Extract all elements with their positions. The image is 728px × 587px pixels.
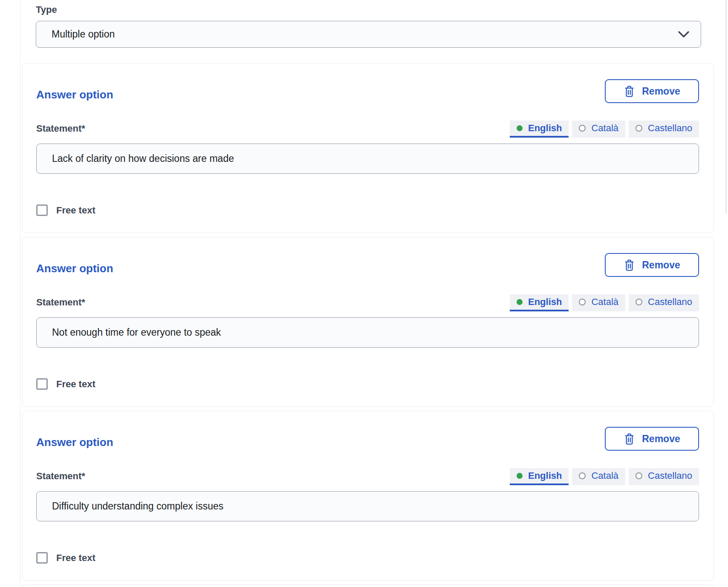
remove-button-label: Remove xyxy=(642,86,680,97)
language-tab-castellano[interactable]: Castellano xyxy=(629,468,699,485)
free-text-row: Free text xyxy=(36,204,699,216)
statement-label: Statement* xyxy=(36,297,85,311)
active-language-dot-icon xyxy=(517,299,523,305)
remove-button[interactable]: Remove xyxy=(605,253,699,277)
statement-input[interactable] xyxy=(36,144,699,174)
language-tab-label: English xyxy=(528,296,562,308)
active-language-dot-icon xyxy=(517,125,523,131)
trash-icon xyxy=(624,85,635,98)
card-header: Answer option Remove xyxy=(36,79,699,103)
remove-button[interactable]: Remove xyxy=(605,427,699,451)
remove-button-label: Remove xyxy=(642,433,680,445)
language-tabs: English Català Castellano xyxy=(510,468,699,485)
type-select[interactable]: Multiple option xyxy=(36,21,701,48)
statement-row: Statement* English Català Castellano xyxy=(36,121,699,138)
radio-circle-icon xyxy=(636,299,642,305)
statement-row: Statement* English Català Castellano xyxy=(36,294,699,311)
free-text-row: Free text xyxy=(36,552,699,564)
statement-input[interactable] xyxy=(36,317,699,348)
language-tab-english[interactable]: English xyxy=(510,468,569,485)
chevron-down-icon xyxy=(677,30,690,39)
answer-option-heading: Answer option xyxy=(36,88,113,101)
card-header: Answer option Remove xyxy=(36,253,699,277)
language-tab-label: Castellano xyxy=(648,123,692,134)
language-tab-label: English xyxy=(528,123,562,134)
free-text-checkbox[interactable] xyxy=(36,552,48,564)
free-text-row: Free text xyxy=(36,378,699,390)
remove-button[interactable]: Remove xyxy=(605,79,699,103)
type-field: Type Multiple option xyxy=(36,4,701,48)
language-tab-label: Castellano xyxy=(648,470,692,481)
statement-label: Statement* xyxy=(36,471,85,485)
card-header: Answer option Remove xyxy=(36,427,699,451)
answer-option-heading: Answer option xyxy=(36,262,113,275)
language-tab-english[interactable]: English xyxy=(510,294,569,311)
type-select-value: Multiple option xyxy=(52,29,115,40)
trash-icon xyxy=(624,433,635,445)
free-text-label: Free text xyxy=(56,379,95,390)
radio-circle-icon xyxy=(579,125,586,132)
type-label: Type xyxy=(36,4,701,15)
statement-input[interactable] xyxy=(36,491,699,521)
radio-circle-icon xyxy=(636,125,642,132)
remove-button-label: Remove xyxy=(642,259,680,271)
language-tab-english[interactable]: English xyxy=(510,121,569,138)
language-tabs: English Català Castellano xyxy=(510,294,699,311)
language-tab-catala[interactable]: Català xyxy=(572,121,625,138)
language-tab-label: English xyxy=(528,470,562,481)
language-tab-label: Castellano xyxy=(648,296,692,308)
statement-label: Statement* xyxy=(36,123,85,138)
radio-circle-icon xyxy=(579,472,586,479)
radio-circle-icon xyxy=(636,472,642,479)
language-tab-catala[interactable]: Català xyxy=(572,468,625,485)
free-text-label: Free text xyxy=(56,552,95,564)
panel-left-border xyxy=(20,0,20,587)
active-language-dot-icon xyxy=(517,473,523,479)
answer-option-card: Answer option Remove State xyxy=(22,63,714,233)
language-tab-label: Català xyxy=(591,123,618,134)
next-card-top-edge xyxy=(22,584,714,587)
free-text-checkbox[interactable] xyxy=(36,204,48,216)
answer-option-heading: Answer option xyxy=(36,436,113,449)
language-tab-castellano[interactable]: Castellano xyxy=(629,121,699,138)
trash-icon xyxy=(624,259,635,271)
form-content: Type Multiple option Answer option xyxy=(22,0,714,587)
free-text-label: Free text xyxy=(56,205,95,216)
language-tab-catala[interactable]: Català xyxy=(572,294,625,311)
statement-row: Statement* English Català Castellano xyxy=(36,468,699,485)
language-tab-castellano[interactable]: Castellano xyxy=(629,294,699,311)
answer-option-card: Answer option Remove State xyxy=(22,411,714,581)
language-tab-label: Català xyxy=(591,296,618,308)
answer-option-card: Answer option Remove State xyxy=(22,237,714,407)
radio-circle-icon xyxy=(579,299,586,305)
language-tab-label: Català xyxy=(591,470,618,481)
language-tabs: English Català Castellano xyxy=(510,121,699,138)
free-text-checkbox[interactable] xyxy=(36,378,48,390)
scrollbar-thumb[interactable] xyxy=(725,0,727,213)
form-page: Type Multiple option Answer option xyxy=(0,0,728,587)
